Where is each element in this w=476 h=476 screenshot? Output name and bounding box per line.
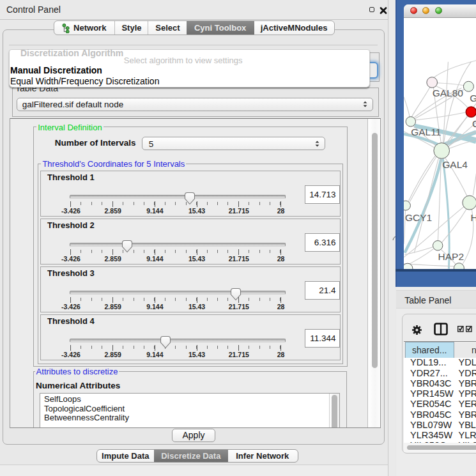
svg-text:HAP2: HAP2 xyxy=(438,251,463,262)
svg-text:GAL4: GAL4 xyxy=(442,159,468,170)
svg-text:GAL80: GAL80 xyxy=(432,88,463,98)
svg-text:GA: GA xyxy=(470,93,476,104)
svg-text:GAL11: GAL11 xyxy=(411,127,441,138)
svg-text:H: H xyxy=(470,212,476,223)
svg-text:C: C xyxy=(472,118,475,129)
svg-text:GCY1: GCY1 xyxy=(405,212,432,223)
